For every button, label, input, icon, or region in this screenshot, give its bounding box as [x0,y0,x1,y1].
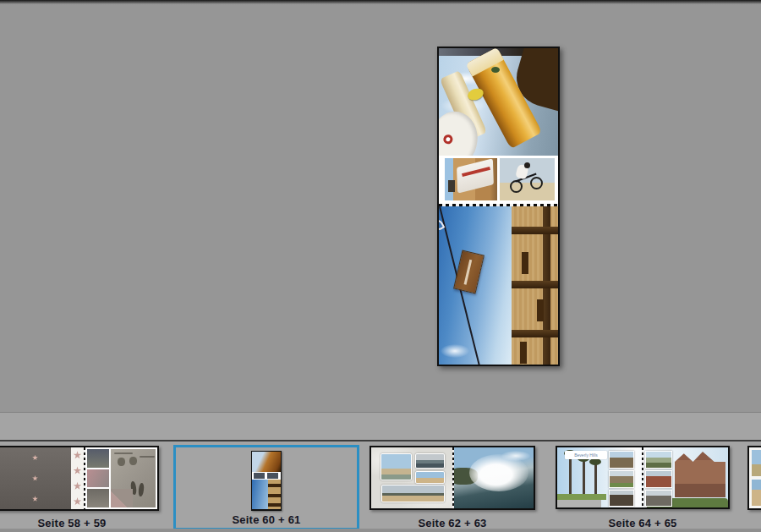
thumbnail-seite-60-61-selected[interactable]: Seite 60 + 61 [173,445,359,530]
thumbnail-seite-62-63[interactable] [370,446,535,510]
road-strip [557,500,601,507]
house-photo [609,490,634,507]
beach-photo [752,480,761,506]
surf-photo [415,471,445,484]
cloud-shape [441,344,469,358]
top-shadow-edge [0,0,761,4]
page-label: Seite 62 + 63 [370,517,535,529]
filmstrip-bottom-edge [0,529,761,532]
photo-book-editor: Seite 60 + 61 [0,0,761,532]
sign-text-stripe [464,260,473,285]
filmstrip-divider [0,440,761,442]
page-label: Seite 64 + 65 [556,517,730,529]
house-photo [645,490,672,507]
surf-photo [415,453,445,469]
palm-trunk [569,454,572,498]
mini-spread-preview [251,451,282,511]
fence-post [537,299,544,321]
grass-strip [557,494,606,500]
beverly-hills-caption: Beverly Hills [565,451,607,459]
surf-collage-page [371,447,452,508]
surf-photo [380,453,412,480]
current-spread-canvas[interactable] [437,47,560,366]
fence-post [522,252,528,274]
palm-photo [752,450,761,476]
fence-post [520,342,527,364]
concrete-photo [111,449,156,507]
handprints-page [85,447,157,509]
palm-trunk [594,463,597,496]
page-label: Seite 58 + 59 [0,517,159,529]
palm-leaf [491,67,500,73]
hanging-sign [453,250,485,294]
page-label: Seite 60 + 61 [176,513,357,526]
palm-frond [589,458,601,465]
house-photo [645,470,672,488]
house-photo [645,451,672,469]
bike-wheel [530,177,543,189]
window-shape [448,180,455,192]
walk-of-fame-pavement [0,447,71,509]
photo-beach-fence[interactable] [512,206,558,365]
fence-beam [512,330,558,337]
cloud-shape [501,451,530,461]
house-photo [609,451,634,469]
rider-helmet [524,162,530,168]
house-photo [609,470,634,488]
page-61-selected[interactable] [439,206,558,365]
thumbnail-next-spread-partial[interactable] [747,446,761,510]
page-gutter-line [642,447,643,507]
fence-beam [512,281,558,288]
tent-logo [442,134,453,145]
wave-photo-page [454,447,534,508]
photo-sky-sign[interactable] [439,206,512,365]
walk-of-fame-stars [71,447,84,509]
mansion-photo [675,452,725,497]
bike-wheel [510,180,523,193]
thumbnail-seite-58-59[interactable] [0,446,159,511]
thumbnail-seite-64-65[interactable]: Beverly Hills [556,446,730,509]
photo-beer-glasses[interactable] [439,48,558,156]
photo-band [439,156,558,204]
fence-beam [512,227,558,234]
page-60[interactable] [439,48,558,204]
photo-street-scene[interactable] [445,158,497,200]
beach-panorama-photo [381,485,445,502]
palm-trunk [583,459,585,496]
photo-bmx-rider[interactable] [500,158,555,200]
